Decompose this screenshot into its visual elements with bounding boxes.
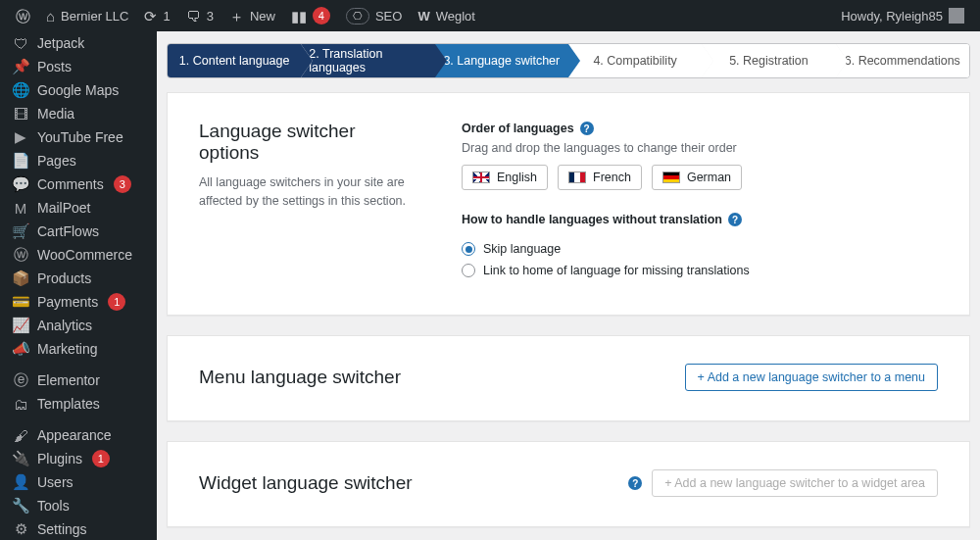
missing-title: How to handle languages without translat… bbox=[462, 213, 722, 226]
menu-icon: 📌 bbox=[12, 58, 29, 75]
sidebar-item-youtube-free[interactable]: ▶YouTube Free bbox=[0, 125, 157, 149]
sidebar-item-label: Marketing bbox=[37, 341, 97, 357]
sidebar-item-label: Posts bbox=[37, 59, 72, 74]
step-translation-languages[interactable]: 2. Translation languages bbox=[301, 44, 434, 77]
language-chip-french[interactable]: French bbox=[558, 165, 642, 190]
refresh-icon: ⟳ bbox=[144, 9, 157, 24]
sidebar-item-pages[interactable]: 📄Pages bbox=[0, 149, 157, 172]
step-language-switcher[interactable]: 3. Language switcher bbox=[435, 44, 568, 77]
step-label: 1. Content language bbox=[179, 54, 290, 68]
sidebar-item-jetpack[interactable]: 🛡Jetpack bbox=[0, 31, 157, 55]
step-label: 5. Registration bbox=[729, 54, 808, 68]
sidebar-item-woocommerce[interactable]: ⓦWooCommerce bbox=[0, 243, 157, 267]
sidebar-item-label: Templates bbox=[37, 396, 100, 412]
sidebar-item-label: Plugins bbox=[37, 451, 82, 466]
new-content[interactable]: ＋New bbox=[221, 0, 283, 31]
add-menu-switcher-button[interactable]: + Add a new language switcher to a menu bbox=[685, 364, 938, 391]
step-label: 4. Compatibility bbox=[593, 54, 676, 68]
sidebar-item-cartflows[interactable]: 🛒CartFlows bbox=[0, 220, 157, 243]
sidebar-item-mailpoet[interactable]: MMailPoet bbox=[0, 196, 157, 220]
menu-icon: ⚙ bbox=[12, 520, 29, 538]
add-widget-switcher-button: + Add a new language switcher to a widge… bbox=[652, 469, 938, 497]
sidebar-item-analytics[interactable]: 📈Analytics bbox=[0, 314, 157, 337]
sidebar-item-posts[interactable]: 📌Posts bbox=[0, 55, 157, 78]
german-flag-icon bbox=[662, 172, 680, 183]
order-title: Order of languages bbox=[462, 122, 574, 135]
comments-count[interactable]: 🗨3 bbox=[178, 0, 221, 31]
menu-icon: 🔧 bbox=[12, 497, 29, 515]
step-content-language[interactable]: 1. Content language bbox=[168, 44, 301, 77]
plugin-icon: ▮▮ bbox=[291, 9, 307, 24]
menu-icon: 🎞 bbox=[12, 106, 29, 123]
menu-icon: 📣 bbox=[12, 340, 29, 358]
sidebar-item-google-maps[interactable]: 🌐Google Maps bbox=[0, 78, 157, 102]
menu-icon: 📦 bbox=[12, 270, 29, 287]
step-recommendations[interactable]: 6. Recommendations bbox=[836, 44, 969, 77]
menu-icon: 🌐 bbox=[12, 81, 29, 99]
menu-icon: 🖌 bbox=[12, 427, 29, 444]
sidebar-item-products[interactable]: 📦Products bbox=[0, 267, 157, 290]
content-area: 1. Content language2. Translation langua… bbox=[157, 31, 980, 540]
sidebar-item-label: Analytics bbox=[37, 318, 92, 333]
howdy-account[interactable]: Howdy, Ryleigh85 bbox=[833, 0, 972, 31]
plus-icon: ＋ bbox=[229, 9, 244, 24]
language-chip-german[interactable]: German bbox=[652, 165, 742, 190]
sidebar-item-label: Settings bbox=[37, 521, 87, 537]
sidebar-item-users[interactable]: 👤Users bbox=[0, 470, 157, 494]
sidebar-item-tools[interactable]: 🔧Tools bbox=[0, 494, 157, 517]
widget-switcher-title: Widget language switcher bbox=[199, 472, 413, 494]
seo-menu[interactable]: ⎔SEO bbox=[338, 0, 410, 31]
sidebar-item-payments[interactable]: 💳Payments1 bbox=[0, 290, 157, 314]
radio-skip-label: Skip language bbox=[483, 242, 561, 256]
sidebar-item-label: Users bbox=[37, 474, 74, 490]
sidebar-item-appearance[interactable]: 🖌Appearance bbox=[0, 423, 157, 447]
updates-count[interactable]: ▮▮4 bbox=[283, 0, 338, 31]
sidebar-item-label: Media bbox=[37, 106, 74, 122]
menu-icon: ▶ bbox=[12, 128, 29, 146]
step-registration[interactable]: 5. Registration bbox=[702, 44, 835, 77]
weglot-menu[interactable]: WWeglot bbox=[410, 0, 483, 31]
menu-icon: 🛒 bbox=[12, 222, 29, 240]
sidebar-item-templates[interactable]: 🗂Templates bbox=[0, 392, 157, 416]
language-chip-label: German bbox=[687, 171, 731, 184]
language-chip-label: English bbox=[497, 171, 537, 184]
sidebar-item-marketing[interactable]: 📣Marketing bbox=[0, 337, 157, 361]
menu-switcher-title: Menu language switcher bbox=[199, 367, 401, 388]
sidebar-item-label: Payments bbox=[37, 294, 98, 310]
sidebar-item-label: Pages bbox=[37, 153, 76, 169]
wp-logo[interactable]: ⓦ bbox=[8, 0, 38, 31]
sidebar-item-label: Jetpack bbox=[37, 35, 84, 51]
menu-icon: 💬 bbox=[12, 175, 29, 193]
french-flag-icon bbox=[568, 172, 586, 183]
card-widget-switcher: Widget language switcher ? + Add a new l… bbox=[167, 441, 970, 527]
radio-skip-language[interactable]: Skip language bbox=[462, 242, 938, 256]
count-badge: 3 bbox=[114, 175, 131, 193]
info-icon[interactable]: ? bbox=[628, 476, 642, 490]
sidebar-item-label: Comments bbox=[37, 176, 104, 192]
english-flag-icon bbox=[472, 172, 490, 183]
info-icon[interactable]: ? bbox=[580, 122, 594, 135]
sidebar-item-plugins[interactable]: 🔌Plugins1 bbox=[0, 447, 157, 470]
order-hint: Drag and drop the languages to change th… bbox=[462, 141, 938, 155]
radio-home-label: Link to home of language for missing tra… bbox=[483, 264, 750, 277]
sidebar-item-settings[interactable]: ⚙Settings bbox=[0, 517, 157, 540]
site-name[interactable]: ⌂Bernier LLC bbox=[38, 0, 136, 31]
wordpress-icon: ⓦ bbox=[16, 9, 30, 24]
step-compatibility[interactable]: 4. Compatibility bbox=[568, 44, 702, 77]
refresh-count[interactable]: ⟳1 bbox=[136, 0, 177, 31]
sidebar-item-media[interactable]: 🎞Media bbox=[0, 102, 157, 125]
menu-icon: 👤 bbox=[12, 473, 29, 491]
sidebar-item-elementor[interactable]: ⓔElementor bbox=[0, 368, 157, 392]
menu-icon: 💳 bbox=[12, 293, 29, 311]
switcher-options-title: Language switcher options bbox=[199, 121, 415, 164]
radio-link-home[interactable]: Link to home of language for missing tra… bbox=[462, 264, 938, 277]
menu-icon: 🗂 bbox=[12, 396, 29, 413]
menu-icon: 🔌 bbox=[12, 450, 29, 467]
sidebar-item-label: Google Maps bbox=[37, 82, 119, 98]
updates-badge: 4 bbox=[313, 7, 330, 25]
language-chip-english[interactable]: English bbox=[462, 165, 548, 190]
admin-bar: ⓦ ⌂Bernier LLC ⟳1 🗨3 ＋New ▮▮4 ⎔SEO WWegl… bbox=[0, 0, 980, 31]
language-chips: EnglishFrenchGerman bbox=[462, 165, 938, 190]
info-icon[interactable]: ? bbox=[728, 213, 742, 226]
sidebar-item-comments[interactable]: 💬Comments3 bbox=[0, 172, 157, 196]
